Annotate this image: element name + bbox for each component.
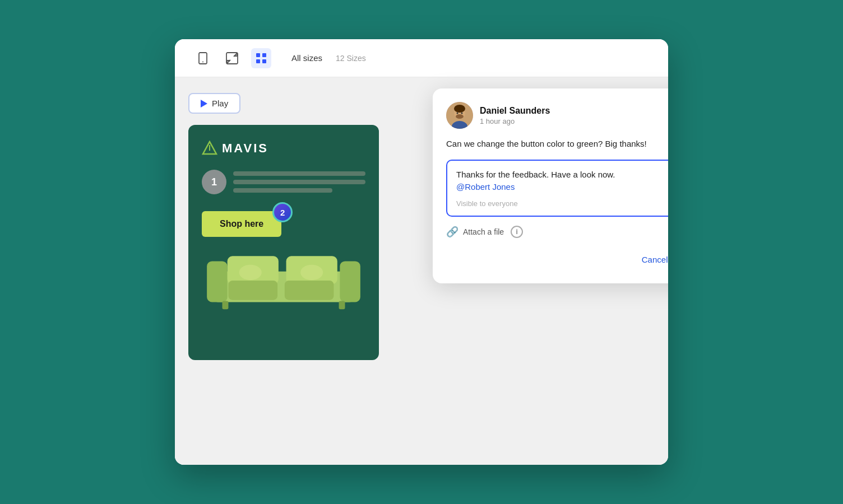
annotation-badge-2: 2: [272, 202, 293, 222]
toolbar: All sizes 12 Sizes: [175, 39, 668, 77]
attach-file-label[interactable]: Attach a file: [463, 227, 504, 236]
play-triangle-icon: [201, 100, 207, 108]
step-lines: [233, 171, 365, 193]
mobile-view-button[interactable]: [193, 48, 213, 68]
svg-rect-16: [228, 281, 277, 300]
avatar: [446, 102, 473, 129]
svg-rect-12: [207, 261, 228, 302]
svg-rect-6: [262, 53, 266, 57]
reply-visibility: Visible to everyone: [456, 199, 668, 208]
commenter-details: Daniel Saunders 1 hour ago: [480, 106, 550, 125]
svg-point-1: [202, 61, 203, 62]
sofa-illustration: [202, 246, 365, 312]
paperclip-icon: 🔗: [446, 226, 458, 238]
cancel-button[interactable]: Cancel: [633, 249, 668, 270]
app-logo: MAVIS: [202, 141, 365, 156]
action-buttons: Cancel Post: [446, 249, 668, 270]
svg-rect-8: [262, 59, 266, 63]
svg-point-27: [461, 113, 463, 114]
svg-rect-5: [256, 53, 260, 57]
step-circle: 1: [202, 170, 226, 194]
size-selector: All sizes 12 Sizes: [291, 53, 366, 63]
commenter-info: Daniel Saunders 1 hour ago: [446, 102, 550, 129]
reply-main-text: Thanks for the feedback. Have a look now…: [456, 170, 615, 179]
svg-point-24: [454, 105, 465, 113]
commenter-time: 1 hour ago: [480, 117, 550, 125]
size-count: 12 Sizes: [336, 54, 366, 63]
reply-text: Thanks for the feedback. Have a look now…: [456, 169, 668, 194]
size-all-label: All sizes: [291, 53, 322, 63]
mavis-logo-icon: [202, 141, 217, 156]
comment-header: Daniel Saunders 1 hour ago ✓ ⋮: [446, 102, 668, 129]
play-label: Play: [212, 99, 228, 108]
avatar-svg: [446, 102, 473, 129]
app-mockup: MAVIS 1 Shop here 2: [188, 125, 379, 360]
expand-view-button[interactable]: [222, 48, 242, 68]
grid-view-button[interactable]: [251, 48, 271, 68]
svg-point-20: [239, 265, 262, 280]
logo-text: MAVIS: [222, 141, 268, 156]
comment-panel: Daniel Saunders 1 hour ago ✓ ⋮ Can we ch…: [433, 88, 668, 283]
toolbar-icons: [193, 48, 271, 68]
shop-here-button[interactable]: Shop here: [202, 211, 281, 237]
play-button[interactable]: Play: [188, 93, 240, 114]
content-area: Play MAVIS 1: [175, 77, 668, 465]
info-icon[interactable]: i: [511, 226, 523, 238]
preview-panel: Play MAVIS 1: [175, 77, 410, 465]
commenter-name: Daniel Saunders: [480, 106, 550, 116]
sofa-area: [202, 246, 365, 313]
svg-point-21: [300, 265, 323, 280]
shop-button-wrapper: Shop here 2: [202, 211, 281, 237]
svg-rect-19: [339, 301, 345, 310]
step-section: 1: [202, 170, 365, 194]
step-line-1: [233, 171, 365, 176]
reply-mention: @Robert Jones: [456, 182, 515, 192]
svg-rect-17: [285, 281, 334, 300]
svg-rect-7: [256, 59, 260, 63]
svg-point-26: [457, 113, 458, 114]
svg-rect-13: [340, 261, 360, 302]
main-container: All sizes 12 Sizes Play MAVIS: [175, 39, 668, 465]
svg-rect-18: [223, 301, 229, 310]
reply-box[interactable]: Thanks for the feedback. Have a look now…: [446, 160, 668, 217]
attach-row: 🔗 Attach a file i: [446, 226, 668, 238]
comment-text: Can we change the button color to green?…: [446, 138, 668, 151]
step-line-2: [233, 180, 365, 184]
step-line-3: [233, 188, 332, 193]
